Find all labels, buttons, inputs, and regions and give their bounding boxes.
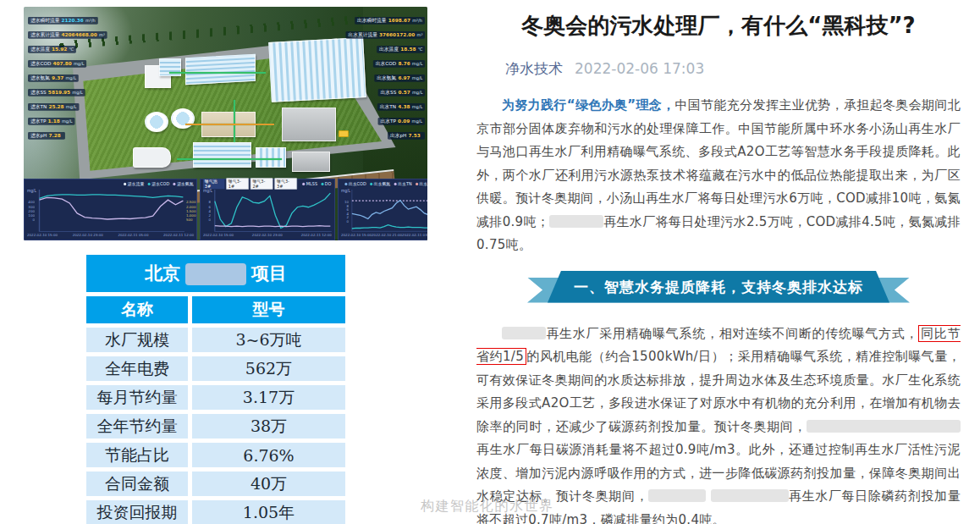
redaction-block [502, 327, 546, 339]
table-row: 每月节约量3.17万 [86, 385, 345, 410]
trend-chart-strip: 进水流量进水COD进水氨氮40030020010002,5002,0001,50… [24, 179, 427, 240]
metric-badge: 出水累计流量37660172.00m³ [345, 31, 425, 39]
trend-chart-panel: 曝气池3#曝气3-1#曝气3-2#曝气3-3#MLSSDO864202022-0… [200, 179, 335, 240]
legend-item[interactable]: 进水COD [148, 181, 169, 187]
chart-tag: 曝气池3# [203, 179, 224, 189]
process-pipe [177, 158, 282, 160]
legend-item[interactable]: 出水氨氮 [370, 181, 390, 187]
spec-name-cell: 每月节约量 [86, 385, 188, 410]
effluent-metrics-overlay: 出水瞬时流量1698.67m³/h出水累计流量37660172.00m³出水温度… [315, 17, 425, 142]
metric-badge: 进水氨氮9.37mg/L [28, 74, 79, 82]
legend-dot-icon [303, 183, 306, 185]
legend-item[interactable]: DO [322, 181, 332, 186]
article-meta: 净水技术2022-02-06 17:03 [476, 59, 961, 79]
legend-dot-icon [370, 183, 372, 185]
blower-house [133, 147, 171, 168]
plant-dashboard-image[interactable]: 进水瞬时流量2120.36m³/h进水累计流量42064668.00m³进水温度… [24, 7, 427, 240]
legend-dot-icon [148, 183, 151, 185]
process-pipe [169, 72, 266, 74]
spec-value-cell: 6.76% [192, 443, 345, 467]
spec-value-cell: 1.05年 [192, 500, 345, 524]
aeration-basin [185, 54, 256, 85]
dewatering-building [292, 152, 330, 172]
watermark-text: 构建智能化的水世界 [421, 498, 554, 516]
legend-item[interactable]: 出水TN [394, 181, 412, 187]
metric-badge: 进水pH7.28 [28, 132, 65, 140]
body-text [706, 488, 710, 504]
legend-item[interactable]: 进水流量 [124, 181, 144, 187]
spec-value-cell: 38万 [192, 414, 345, 439]
metric-badge: 出水瞬时流量1698.67m³/h [355, 17, 425, 25]
legend-dot-icon [394, 183, 397, 185]
table-row: 全年电费562万 [86, 356, 345, 381]
metric-badge: 进水TP1.18mg/L [28, 118, 74, 125]
redaction-block [807, 420, 961, 433]
legend-dot-icon [124, 183, 126, 185]
body-text: 中国节能充分发挥主业优势，承担起冬奥会期间北京市部分固体废弃物和污水的处理保障工… [476, 97, 961, 229]
table-title-prefix: 北京 [145, 262, 180, 284]
metric-badge: 进水TN25.28mg/L [28, 103, 79, 111]
spec-name-cell: 全年节约量 [86, 414, 188, 439]
article-title: 冬奥会的污水处理厂，有什么“黑科技”? [476, 10, 961, 41]
project-spec-table: 北京项目 名称 型号 水厂规模3~6万吨全年电费562万每月节约量3.17万全年… [82, 251, 350, 524]
redaction-block [549, 215, 603, 228]
metric-badge: 进水瞬时流量2120.36m³/h [28, 17, 98, 25]
legend-dot-icon [322, 183, 324, 185]
paragraph-1: 为努力践行“绿色办奥”理念，中国节能充分发挥主业优势，承担起冬奥会期间北京市部分… [476, 94, 961, 257]
chart-filter-button[interactable]: 曝气3-2# [251, 178, 273, 190]
metric-badge: 进水COD407.80mg/L [28, 60, 86, 68]
bypass-pipe [185, 124, 274, 125]
spec-value-cell: 3~6万吨 [192, 328, 345, 352]
chart-filter-button[interactable]: 曝气3-3# [275, 178, 298, 190]
metric-badge: 进水累计流量42064668.00m³ [28, 31, 107, 39]
metric-badge: 出水TN4.38mg/L [377, 103, 425, 111]
metric-badge: 出水pH7.53 [388, 132, 425, 140]
metric-badge: 出水氨氮6.97mg/L [374, 74, 425, 82]
metric-badge: 进水SS5819.95mg/L [28, 89, 85, 97]
banner-text: 一、智慧水务提质降耗，支持冬奥排水达标 [548, 271, 889, 303]
legend-item[interactable]: MLSS [303, 181, 318, 186]
table-row: 全年节约量38万 [86, 414, 345, 439]
spec-name-cell: 合同金额 [86, 472, 188, 496]
spec-name-cell: 投资回报期 [86, 500, 188, 524]
table-row: 水厂规模3~6万吨 [86, 328, 345, 352]
legend-dot-icon [416, 183, 418, 185]
metric-badge: 出水COD8.76mg/L [373, 60, 425, 68]
metric-badge: 出水温度18.58℃ [377, 46, 425, 53]
redaction-block [185, 263, 246, 285]
legend-item[interactable]: 出水COD [344, 181, 366, 187]
table-row: 合同金额40万 [86, 472, 345, 496]
body-text: 为努力践行“绿色办奥”理念， [502, 97, 675, 113]
paragraph-2: 再生水厂采用精确曝气系统，相对连续不间断的传统曝气方式，同比节省约1/5的风机电… [476, 323, 961, 524]
section-banner: 一、智慧水务提质降耗，支持冬奥排水达标 [476, 270, 961, 307]
trend-chart-panel: 进水流量进水COD进水氨氮40030020010002,5002,0001,50… [24, 179, 197, 240]
clarifier-2 [171, 108, 195, 129]
chart-filter-button[interactable]: 曝气3-1# [226, 178, 249, 190]
spec-value-cell: 40万 [192, 472, 345, 496]
column-header-name: 名称 [86, 296, 188, 323]
metric-badge: 出水SS0.57mg/L [377, 89, 425, 97]
source-account-link[interactable]: 净水技术 [505, 60, 563, 77]
process-pipe [234, 100, 235, 142]
table-row: 投资回报期1.05年 [86, 500, 345, 524]
legend-item[interactable]: 出水TP [416, 181, 427, 187]
spec-value-cell: 562万 [192, 356, 345, 381]
redaction-block [711, 489, 789, 502]
article-column: 冬奥会的污水处理厂，有什么“黑科技”? 净水技术2022-02-06 17:03… [476, 10, 961, 524]
publish-date: 2022-02-06 17:03 [575, 60, 704, 77]
column-header-model: 型号 [192, 296, 345, 323]
filter-cells [256, 147, 285, 168]
table-title: 北京项目 [86, 255, 345, 292]
influent-metrics-overlay: 进水瞬时流量2120.36m³/h进水累计流量42064668.00m³进水温度… [28, 17, 138, 142]
legend-item[interactable]: 进水氨氮 [173, 181, 194, 187]
sludge-basin [193, 142, 251, 168]
metric-badge: 出水TP0.09mg/L [378, 118, 425, 125]
redaction-block [648, 489, 706, 502]
legend-dot-icon [344, 183, 347, 185]
metric-badge: 进水温度15.92℃ [28, 46, 76, 53]
spec-name-cell: 全年电费 [86, 356, 188, 381]
legend-dot-icon [173, 183, 176, 185]
spec-name-cell: 节能占比 [86, 443, 188, 467]
spec-name-cell: 水厂规模 [86, 328, 188, 352]
table-title-suffix: 项目 [251, 262, 287, 284]
